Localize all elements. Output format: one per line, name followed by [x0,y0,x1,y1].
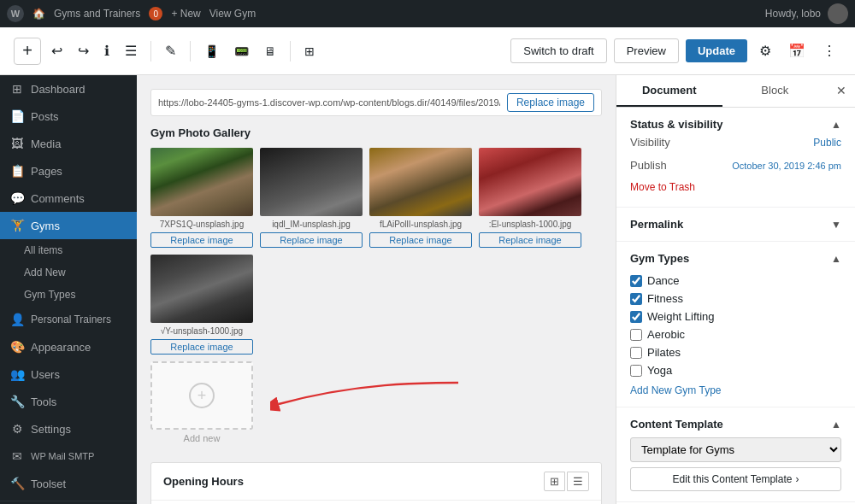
update-button[interactable]: Update [686,39,747,62]
sidebar-item-tools[interactable]: 🔧Tools [0,388,137,415]
block-tools-button[interactable]: ⊞ [299,39,320,63]
content-area: Replace image Gym Photo Gallery 7XPS1Q-u… [137,75,855,504]
gym-type-yoga-checkbox[interactable] [630,365,642,377]
sidebar-item-personal-trainers[interactable]: 👤Personal Trainers [0,306,137,333]
mobile-view-button[interactable]: 📱 [199,39,224,63]
status-visibility-header[interactable]: Status & visibility ▲ [630,118,841,131]
status-visibility-section: Status & visibility ▲ Visibility Public … [616,108,855,208]
sidebar-item-users[interactable]: 👥Users [0,360,137,388]
admin-avatar [828,3,848,24]
sidebar-item-gym-types[interactable]: Gym Types [0,284,137,306]
edit-button[interactable]: ✎ [160,38,181,64]
edit-content-template-button[interactable]: Edit this Content Template › [630,467,841,491]
info-button[interactable]: ℹ [99,38,115,64]
edit-ct-label: Edit this Content Template [673,473,793,485]
calendar-button[interactable]: 📅 [783,38,811,64]
sidebar-item-posts[interactable]: 📄Posts [0,103,137,130]
list-view-oh-button[interactable]: ☰ [567,472,589,491]
gym-type-dance: Dance [630,272,841,290]
add-block-button[interactable]: + [14,38,41,65]
status-visibility-toggle: ▲ [831,119,841,131]
content-template-select[interactable]: Template for Gyms [630,437,841,462]
add-gym-type-link[interactable]: Add New Gym Type [630,384,841,396]
right-panel: Document Block ✕ Status & visibility ▲ V… [616,75,855,504]
gym-type-pilates: Pilates [630,343,841,361]
admin-bar-new[interactable]: + New [171,8,200,20]
move-to-trash-link[interactable]: Move to Trash [630,181,695,193]
right-panel-tabs: Document Block ✕ [616,75,855,108]
redo-button[interactable]: ↪ [73,38,94,64]
replace-gallery-image-3-button[interactable]: Replace image [369,232,472,248]
gallery-image-5[interactable] [150,255,253,323]
gym-type-aerobic-label: Aerobic [647,328,685,341]
replace-gallery-image-2-button[interactable]: Replace image [260,232,363,248]
admin-bar-site-name[interactable]: Gyms and Trainers [54,8,140,20]
gym-type-dance-checkbox[interactable] [630,275,642,287]
gyms-icon: 🏋 [10,219,24,232]
preview-button[interactable]: Preview [614,38,679,63]
more-options-button[interactable]: ⋮ [817,38,841,64]
admin-bar-site-icon: 🏠 [32,8,45,20]
sidebar-item-all-items[interactable]: All items [0,239,137,261]
sidebar-item-add-new[interactable]: Add New [0,261,137,284]
settings-button[interactable]: ⚙ [754,38,776,64]
sidebar-item-pages[interactable]: 📋Pages [0,157,137,185]
switch-to-draft-button[interactable]: Switch to draft [510,38,606,63]
gym-type-yoga: Yoga [630,361,841,379]
gallery-image-4[interactable] [479,148,581,216]
permalink-section: Permalink ▼ [616,208,855,242]
visibility-value[interactable]: Public [813,137,841,149]
gallery-section: Gym Photo Gallery 7XPS1Q-unsplash.jpg Re… [150,126,602,455]
sidebar-item-wp-mail[interactable]: ✉WP Mail SMTP [0,442,137,470]
gallery-item-5: √Y-unsplash-1000.jpg Replace image [150,255,253,355]
add-new-block[interactable]: + [150,361,253,430]
gallery-image-1[interactable] [150,148,253,216]
admin-bar-view-gym[interactable]: View Gym [209,8,256,20]
admin-bar-notif[interactable]: 0 [149,7,162,21]
undo-button[interactable]: ↩ [46,38,68,64]
tab-document[interactable]: Document [616,75,722,107]
gym-types-title: Gym Types [630,252,689,265]
posts-icon: 📄 [10,109,24,123]
replace-gallery-image-5-button[interactable]: Replace image [150,339,253,355]
tab-block[interactable]: Block [722,75,828,107]
gym-type-pilates-checkbox[interactable] [630,347,642,359]
permalink-header[interactable]: Permalink ▼ [630,218,841,231]
main-layout: ⊞Dashboard 📄Posts 🖼Media 📋Pages 💬Comment… [0,75,855,504]
list-view-button[interactable]: ☰ [120,38,142,64]
sidebar-item-toolset[interactable]: 🔨Toolset [0,470,137,497]
gym-type-weight-lifting-checkbox[interactable] [630,311,642,323]
visibility-row: Visibility Public [630,131,841,154]
gym-type-yoga-label: Yoga [647,364,672,377]
publish-value[interactable]: October 30, 2019 2:46 pm [732,161,841,171]
content-template-title: Content Template [630,418,723,431]
gallery-image-3[interactable] [369,148,472,216]
image-url-input[interactable] [158,97,500,108]
sidebar-item-comments[interactable]: 💬Comments [0,185,137,212]
content-template-header[interactable]: Content Template ▲ [630,418,841,431]
sidebar-item-media[interactable]: 🖼Media [0,130,137,157]
editor-area: Replace image Gym Photo Gallery 7XPS1Q-u… [137,75,616,504]
sidebar-item-dashboard[interactable]: ⊞Dashboard [0,75,137,103]
gallery-image-2[interactable] [260,148,363,216]
settings-icon: ⚙ [10,422,24,436]
add-new-label: Add new [184,433,221,443]
opening-hours-section: Opening Hours ⊞ ☰ ⋮⋮ 🗑 ⋮⋮ 🗑 [150,462,602,504]
replace-gallery-image-4-button[interactable]: Replace image [479,232,581,248]
appearance-icon: 🎨 [10,340,24,354]
desktop-view-button[interactable]: 🖥 [259,39,281,63]
replace-image-button[interactable]: Replace image [507,93,594,112]
sidebar-item-settings[interactable]: ⚙Settings [0,415,137,442]
gym-types-header[interactable]: Gym Types ▲ [630,252,841,265]
gallery-item-4: :El-unsplash-1000.jpg Replace image [479,148,581,248]
grid-view-button[interactable]: ⊞ [544,472,565,491]
gym-type-fitness-checkbox[interactable] [630,293,642,305]
gym-type-aerobic-checkbox[interactable] [630,329,642,341]
gym-types-section: Gym Types ▲ Dance Fitness Weight Lifting [616,242,855,407]
tablet-view-button[interactable]: 📟 [229,39,254,63]
add-new-area: + Add new [150,361,602,455]
replace-gallery-image-1-button[interactable]: Replace image [150,232,253,248]
sidebar-item-appearance[interactable]: 🎨Appearance [0,333,137,360]
sidebar-item-gyms[interactable]: 🏋Gyms [0,212,137,239]
close-panel-button[interactable]: ✕ [828,75,855,107]
